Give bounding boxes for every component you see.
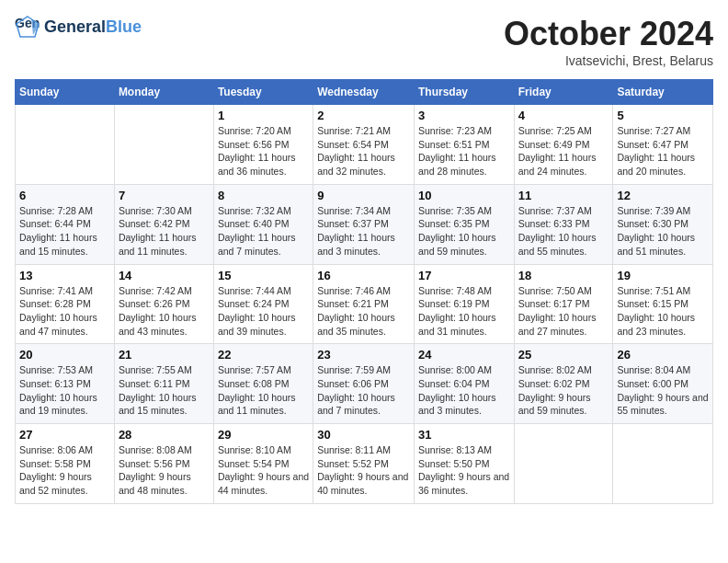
day-number: 18 [518,269,609,282]
day-cell: 17Sunrise: 7:48 AM Sunset: 6:19 PM Dayli… [414,264,514,344]
week-row-3: 13Sunrise: 7:41 AM Sunset: 6:28 PM Dayli… [16,264,713,344]
weekday-header-thursday: Thursday [414,80,514,105]
day-cell: 12Sunrise: 7:39 AM Sunset: 6:30 PM Dayli… [613,184,713,264]
day-number: 13 [19,269,110,282]
day-cell: 19Sunrise: 7:51 AM Sunset: 6:15 PM Dayli… [613,264,713,344]
calendar-body: 1Sunrise: 7:20 AM Sunset: 6:56 PM Daylig… [16,105,713,504]
day-number: 16 [317,269,410,282]
day-number: 9 [317,189,410,202]
day-info: Sunrise: 7:53 AM Sunset: 6:13 PM Dayligh… [19,363,110,418]
logo: Gen GeneralBlue [15,15,142,40]
day-cell [114,105,213,185]
weekday-header-row: SundayMondayTuesdayWednesdayThursdayFrid… [16,80,713,105]
day-cell: 30Sunrise: 8:11 AM Sunset: 5:52 PM Dayli… [313,424,415,504]
day-cell [16,105,115,185]
day-info: Sunrise: 8:04 AM Sunset: 6:00 PM Dayligh… [617,363,709,418]
day-info: Sunrise: 7:42 AM Sunset: 6:26 PM Dayligh… [119,284,210,339]
day-info: Sunrise: 7:57 AM Sunset: 6:08 PM Dayligh… [218,363,309,418]
weekday-header-monday: Monday [114,80,213,105]
day-info: Sunrise: 7:59 AM Sunset: 6:06 PM Dayligh… [317,363,410,418]
week-row-1: 1Sunrise: 7:20 AM Sunset: 6:56 PM Daylig… [16,105,713,185]
day-info: Sunrise: 7:30 AM Sunset: 6:42 PM Dayligh… [119,204,210,259]
day-cell: 28Sunrise: 8:08 AM Sunset: 5:56 PM Dayli… [114,424,213,504]
day-number: 30 [317,428,410,442]
day-cell: 18Sunrise: 7:50 AM Sunset: 6:17 PM Dayli… [514,264,613,344]
day-number: 15 [218,269,309,282]
page-header: Gen GeneralBlue October 2024 Ivatsevichi… [15,15,713,68]
day-info: Sunrise: 7:20 AM Sunset: 6:56 PM Dayligh… [218,124,309,178]
day-cell: 21Sunrise: 7:55 AM Sunset: 6:11 PM Dayli… [114,344,213,424]
day-cell: 26Sunrise: 8:04 AM Sunset: 6:00 PM Dayli… [613,344,713,424]
calendar-table: SundayMondayTuesdayWednesdayThursdayFrid… [15,79,713,504]
day-cell: 6Sunrise: 7:28 AM Sunset: 6:44 PM Daylig… [16,184,115,264]
weekday-header-tuesday: Tuesday [213,80,313,105]
day-number: 12 [617,189,709,202]
day-info: Sunrise: 7:37 AM Sunset: 6:33 PM Dayligh… [518,204,609,259]
day-number: 5 [617,109,709,122]
day-info: Sunrise: 7:46 AM Sunset: 6:21 PM Dayligh… [317,284,410,339]
day-number: 11 [518,189,609,202]
day-cell: 9Sunrise: 7:34 AM Sunset: 6:37 PM Daylig… [313,184,415,264]
day-cell: 13Sunrise: 7:41 AM Sunset: 6:28 PM Dayli… [16,264,115,344]
day-number: 26 [617,348,709,362]
logo-general: General [44,17,106,36]
day-cell: 24Sunrise: 8:00 AM Sunset: 6:04 PM Dayli… [414,344,514,424]
day-number: 6 [19,189,110,202]
week-row-5: 27Sunrise: 8:06 AM Sunset: 5:58 PM Dayli… [16,424,713,504]
day-number: 31 [418,428,510,442]
day-info: Sunrise: 8:00 AM Sunset: 6:04 PM Dayligh… [418,363,510,418]
day-info: Sunrise: 8:06 AM Sunset: 5:58 PM Dayligh… [19,443,110,498]
day-number: 20 [19,348,110,362]
day-info: Sunrise: 7:39 AM Sunset: 6:30 PM Dayligh… [617,204,709,259]
day-info: Sunrise: 7:44 AM Sunset: 6:24 PM Dayligh… [218,284,309,339]
day-cell: 23Sunrise: 7:59 AM Sunset: 6:06 PM Dayli… [313,344,415,424]
day-info: Sunrise: 8:11 AM Sunset: 5:52 PM Dayligh… [317,443,410,498]
day-info: Sunrise: 7:21 AM Sunset: 6:54 PM Dayligh… [317,124,410,178]
day-number: 19 [617,269,709,282]
weekday-header-sunday: Sunday [16,80,115,105]
day-info: Sunrise: 7:51 AM Sunset: 6:15 PM Dayligh… [617,284,709,339]
day-number: 28 [119,428,210,442]
day-cell [613,424,713,504]
month-title: October 2024 [504,15,713,53]
day-cell: 11Sunrise: 7:37 AM Sunset: 6:33 PM Dayli… [514,184,613,264]
day-number: 7 [119,189,210,202]
week-row-4: 20Sunrise: 7:53 AM Sunset: 6:13 PM Dayli… [16,344,713,424]
day-info: Sunrise: 8:10 AM Sunset: 5:54 PM Dayligh… [218,443,309,498]
day-info: Sunrise: 7:27 AM Sunset: 6:47 PM Dayligh… [617,124,709,178]
day-info: Sunrise: 7:25 AM Sunset: 6:49 PM Dayligh… [518,124,609,178]
day-info: Sunrise: 7:50 AM Sunset: 6:17 PM Dayligh… [518,284,609,339]
day-number: 21 [119,348,210,362]
weekday-header-wednesday: Wednesday [313,80,415,105]
day-cell: 14Sunrise: 7:42 AM Sunset: 6:26 PM Dayli… [114,264,213,344]
week-row-2: 6Sunrise: 7:28 AM Sunset: 6:44 PM Daylig… [16,184,713,264]
day-cell: 16Sunrise: 7:46 AM Sunset: 6:21 PM Dayli… [313,264,415,344]
day-number: 3 [418,109,510,122]
day-cell: 5Sunrise: 7:27 AM Sunset: 6:47 PM Daylig… [613,105,713,185]
day-cell: 10Sunrise: 7:35 AM Sunset: 6:35 PM Dayli… [414,184,514,264]
day-info: Sunrise: 7:48 AM Sunset: 6:19 PM Dayligh… [418,284,510,339]
day-cell: 20Sunrise: 7:53 AM Sunset: 6:13 PM Dayli… [16,344,115,424]
day-number: 23 [317,348,410,362]
day-info: Sunrise: 7:41 AM Sunset: 6:28 PM Dayligh… [19,284,110,339]
logo-blue: Blue [106,17,142,36]
day-cell [514,424,613,504]
day-info: Sunrise: 8:02 AM Sunset: 6:02 PM Dayligh… [518,363,609,418]
day-cell: 15Sunrise: 7:44 AM Sunset: 6:24 PM Dayli… [213,264,313,344]
day-info: Sunrise: 7:32 AM Sunset: 6:40 PM Dayligh… [218,204,309,259]
weekday-header-saturday: Saturday [613,80,713,105]
day-info: Sunrise: 7:34 AM Sunset: 6:37 PM Dayligh… [317,204,410,259]
day-number: 8 [218,189,309,202]
day-info: Sunrise: 8:08 AM Sunset: 5:56 PM Dayligh… [119,443,210,498]
day-number: 29 [218,428,309,442]
title-block: October 2024 Ivatsevichi, Brest, Belarus [504,15,713,68]
day-info: Sunrise: 7:55 AM Sunset: 6:11 PM Dayligh… [119,363,210,418]
day-info: Sunrise: 7:35 AM Sunset: 6:35 PM Dayligh… [418,204,510,259]
logo-icon: Gen [15,15,40,40]
day-cell: 22Sunrise: 7:57 AM Sunset: 6:08 PM Dayli… [213,344,313,424]
day-cell: 27Sunrise: 8:06 AM Sunset: 5:58 PM Dayli… [16,424,115,504]
day-cell: 31Sunrise: 8:13 AM Sunset: 5:50 PM Dayli… [414,424,514,504]
day-number: 17 [418,269,510,282]
day-info: Sunrise: 8:13 AM Sunset: 5:50 PM Dayligh… [418,443,510,498]
day-cell: 1Sunrise: 7:20 AM Sunset: 6:56 PM Daylig… [213,105,313,185]
